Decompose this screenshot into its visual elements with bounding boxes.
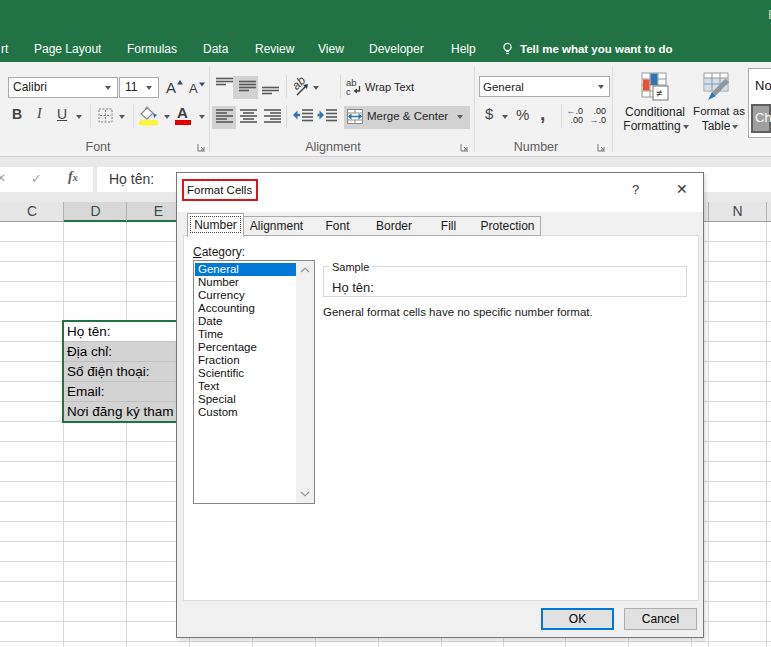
svg-text:c: c xyxy=(346,86,351,96)
svg-text:≠: ≠ xyxy=(656,87,662,99)
